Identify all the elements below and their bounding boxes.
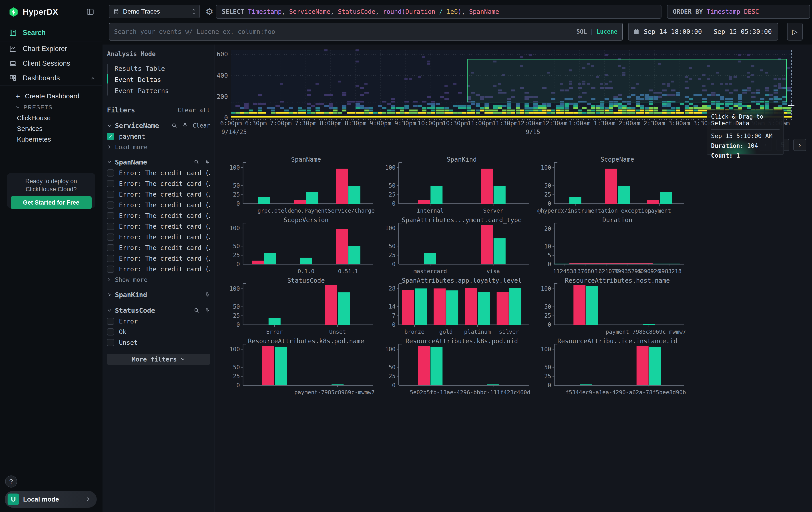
checkbox-unchecked[interactable] xyxy=(107,191,114,198)
filter-option-payment[interactable]: ✓ payment xyxy=(107,132,210,141)
filter-option-error-the-credit-card[interactable]: Error: The credit card (… xyxy=(107,233,210,242)
pin-icon[interactable] xyxy=(204,307,210,313)
svg-text:9:00pm: 9:00pm xyxy=(370,120,391,127)
tooltip-duration: Duration: 104 xyxy=(711,142,780,149)
checkbox-unchecked[interactable] xyxy=(107,318,114,325)
svg-text:8:30pm: 8:30pm xyxy=(345,120,367,127)
svg-text:0: 0 xyxy=(392,321,396,328)
checkbox-unchecked[interactable] xyxy=(107,169,114,177)
run-query-button[interactable]: ▷ xyxy=(787,23,803,41)
analysis-mode-event-patterns[interactable]: Event Patterns xyxy=(107,85,210,97)
svg-text:Duration: Duration xyxy=(602,216,632,224)
checkbox-unchecked[interactable] xyxy=(107,339,114,346)
analysis-mode-results-table[interactable]: Results Table xyxy=(107,63,210,74)
delta-chart-resourceattributes-k8s-pod-uid: ResourceAttributes.k8s.pod.uid025501005e… xyxy=(381,338,535,397)
search-icon[interactable] xyxy=(194,307,199,313)
help-button[interactable]: ? xyxy=(5,476,17,487)
filter-option-unset[interactable]: Unset xyxy=(107,338,210,347)
svg-text:Unset: Unset xyxy=(329,329,346,335)
checkbox-unchecked[interactable] xyxy=(107,255,114,262)
checkbox-unchecked[interactable] xyxy=(107,244,114,251)
create-dashboard-button[interactable]: + Create Dashboard xyxy=(16,90,102,102)
svg-text:100: 100 xyxy=(229,225,240,232)
filter-option-error-the-credit-card[interactable]: Error: The credit card (… xyxy=(107,265,210,274)
svg-text:50: 50 xyxy=(389,243,396,249)
collapse-sidebar-icon[interactable] xyxy=(85,7,95,17)
filter-option-error-the-credit-card[interactable]: Error: The credit card (… xyxy=(107,254,210,263)
sidebar-item-dashboards[interactable]: Dashboards xyxy=(0,71,102,85)
lucene-mode-toggle[interactable]: Lucene xyxy=(597,28,617,35)
filter-option-error-the-credit-card[interactable]: Error: The credit card (… xyxy=(107,222,210,231)
checkbox-unchecked[interactable] xyxy=(107,328,114,335)
svg-text:silver: silver xyxy=(499,329,519,335)
sql-token: , xyxy=(330,8,338,16)
svg-text:50: 50 xyxy=(389,364,396,371)
preset-kubernetes[interactable]: Kubernetes xyxy=(17,134,102,145)
preset-clickhouse[interactable]: ClickHouse xyxy=(17,113,102,123)
sidebar-item-client-sessions[interactable]: Client Sessions xyxy=(0,56,102,71)
checkbox-unchecked[interactable] xyxy=(107,180,114,187)
preset-services[interactable]: Services xyxy=(17,123,102,134)
chevron-down-icon xyxy=(16,105,20,110)
sql-token: ) xyxy=(458,8,462,16)
search-icon[interactable] xyxy=(194,159,199,165)
time-range-picker[interactable]: Sep 14 18:00:00 - Sep 15 05:30:00 xyxy=(628,23,778,41)
filter-group-header-servicename[interactable]: ServiceName Clear xyxy=(107,120,210,131)
select-chevrons-icon xyxy=(192,8,196,15)
svg-text:100: 100 xyxy=(385,164,396,171)
pin-icon[interactable] xyxy=(204,292,210,298)
svg-text:0: 0 xyxy=(548,200,551,207)
filter-option-error-the-credit-card[interactable]: Error: The credit card (… xyxy=(107,179,210,188)
svg-text:0: 0 xyxy=(236,321,240,328)
topbar: Demo Traces ⚙ SELECT Timestamp, ServiceN… xyxy=(103,0,812,45)
filter-group-header-spanname[interactable]: SpanName xyxy=(107,157,210,167)
sql-mode-toggle[interactable]: SQL xyxy=(576,28,587,35)
show-more-button[interactable]: Show more xyxy=(107,275,210,284)
get-started-button[interactable]: Get Started for Free xyxy=(11,196,92,209)
order-by-editor[interactable]: ORDER BY Timestamp DESC xyxy=(667,5,810,19)
more-filters-button[interactable]: More filters xyxy=(107,354,210,365)
svg-text:0: 0 xyxy=(392,200,396,207)
time-range-value: Sep 14 18:00:00 - Sep 15 05:30:00 xyxy=(644,28,772,35)
checkbox-unchecked[interactable] xyxy=(107,201,114,209)
pin-icon[interactable] xyxy=(182,123,188,129)
next-page-button[interactable]: › xyxy=(793,139,806,151)
journal-search-icon xyxy=(9,29,17,37)
analysis-mode-event-deltas[interactable]: Event Deltas xyxy=(107,74,210,85)
filter-option-error[interactable]: Error xyxy=(107,317,210,326)
load-more-button[interactable]: Load more xyxy=(107,142,210,152)
filter-option-error-the-credit-card[interactable]: Error: The credit card (… xyxy=(107,168,210,178)
svg-text:50: 50 xyxy=(544,182,551,189)
pin-icon[interactable] xyxy=(204,159,210,165)
filter-option-ok[interactable]: Ok xyxy=(107,327,210,336)
filter-option-error-the-credit-card[interactable]: Error: The credit card (… xyxy=(107,200,210,210)
svg-text:12:00am: 12:00am xyxy=(517,120,543,127)
svg-text:visa: visa xyxy=(487,268,500,274)
filter-option-error-the-credit-card[interactable]: Error: The credit card (… xyxy=(107,243,210,252)
checkbox-checked[interactable]: ✓ xyxy=(107,133,114,140)
checkbox-unchecked[interactable] xyxy=(107,234,114,241)
sidebar-item-chart-explorer[interactable]: Chart Explorer xyxy=(0,42,102,56)
checkbox-unchecked[interactable] xyxy=(107,212,114,219)
filter-option-error-the-credit-card[interactable]: Error: The credit card (… xyxy=(107,190,210,199)
data-source-select[interactable]: Demo Traces xyxy=(109,5,200,18)
sql-select-editor[interactable]: SELECT Timestamp, ServiceName, StatusCod… xyxy=(216,5,662,19)
search-icon[interactable] xyxy=(171,123,177,129)
svg-text:Internal: Internal xyxy=(417,208,443,214)
svg-text:3:00am: 3:00am xyxy=(668,120,690,127)
filter-group-header-statuscode[interactable]: StatusCode xyxy=(107,305,210,315)
clear-all-filters-button[interactable]: Clear all xyxy=(178,107,210,113)
checkbox-unchecked[interactable] xyxy=(107,223,114,230)
filter-option-error-the-credit-card[interactable]: Error: The credit card (… xyxy=(107,211,210,220)
sidebar-item-search[interactable]: Search xyxy=(0,24,102,42)
presets-toggle[interactable]: PRESETS xyxy=(16,102,102,113)
gear-icon[interactable]: ⚙ xyxy=(204,6,215,17)
svg-text:1:30am: 1:30am xyxy=(594,120,615,127)
search-input[interactable] xyxy=(114,28,576,35)
checkbox-unchecked[interactable] xyxy=(107,266,114,273)
sql-token: ServiceName xyxy=(289,8,330,16)
clear-filter-button[interactable]: Clear xyxy=(193,122,210,129)
filter-group-header-spankind[interactable]: SpanKind xyxy=(107,290,210,300)
local-mode-button[interactable]: U Local mode xyxy=(5,491,97,508)
svg-text:10:30pm: 10:30pm xyxy=(442,120,468,127)
